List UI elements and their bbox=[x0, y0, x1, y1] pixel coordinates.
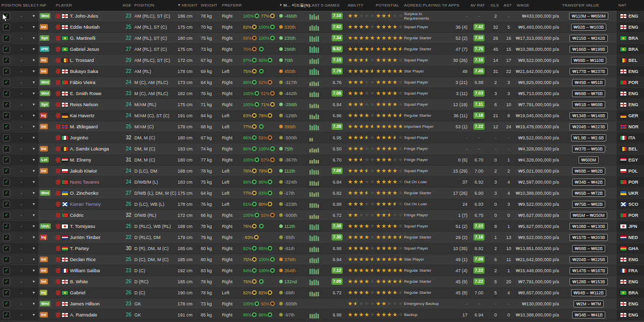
player-name[interactable]: T. Tomiyasu bbox=[70, 223, 95, 229]
row-expand-chevron-icon[interactable]: ▾ bbox=[33, 202, 35, 206]
player-name[interactable]: Gabriel bbox=[70, 290, 86, 295]
table-row[interactable]: ✓ - ▾ Inj Jurriën Timber 22 D (RLC), DM … bbox=[0, 232, 644, 243]
table-row[interactable]: ✓ - ▾ Int L. Trossard 29 AM (RLC), ST (C… bbox=[0, 55, 644, 66]
table-row[interactable]: ✓ - ▾ Wnt James Hillson 23 GK 178 cm 73 … bbox=[0, 298, 644, 309]
row-expand-chevron-icon[interactable]: ▾ bbox=[33, 301, 35, 306]
col-header-position-selected[interactable]: POSITION SELECTED bbox=[0, 0, 38, 10]
player-name[interactable]: E. Smith Rowe bbox=[70, 91, 102, 96]
inf-badge[interactable]: Int bbox=[40, 279, 48, 284]
inf-badge[interactable]: Wnt bbox=[40, 13, 50, 19]
player-name[interactable]: Eddie Nketiah bbox=[70, 24, 100, 30]
col-header-player[interactable]: PLAYER bbox=[54, 0, 120, 10]
inf-badge[interactable]: Int bbox=[40, 124, 48, 129]
table-row[interactable]: ✓ - ▾ Int William Saliba 23 D (C) 192 cm… bbox=[0, 265, 644, 276]
player-name[interactable]: Gabriel Jesus bbox=[70, 46, 99, 52]
row-expand-chevron-icon[interactable]: ▾ bbox=[33, 246, 35, 251]
inf-badge[interactable]: Wnt bbox=[40, 91, 50, 96]
col-header-wage[interactable]: WAGE bbox=[515, 0, 560, 10]
selected-checkbox[interactable]: ✓ bbox=[3, 57, 10, 64]
col-header-avrat[interactable]: AV RAT bbox=[469, 0, 489, 10]
col-header-playing-time[interactable]: AGREED PLAYING TIME bbox=[403, 0, 447, 10]
selected-checkbox[interactable]: ✓ bbox=[3, 289, 10, 296]
table-row[interactable]: ✓ - ▾ Kieran Tierney 26 D (LC), WB (L) 1… bbox=[0, 199, 644, 210]
table-row[interactable]: ✓ - ▾ Int A. Sambi Lokonga 24 DM, M (C) … bbox=[0, 143, 644, 154]
table-row[interactable]: ✓ - ▾ Cédric 32 D/WB (RL) 172 cm 66 kg R… bbox=[0, 210, 644, 221]
player-name[interactable]: Declan Rice bbox=[70, 257, 96, 262]
inf-badge[interactable]: Int bbox=[40, 24, 48, 30]
inf-badge[interactable]: Int bbox=[40, 257, 48, 262]
inf-badge[interactable]: Int bbox=[40, 57, 48, 63]
inf-badge[interactable]: Inj bbox=[40, 290, 47, 295]
col-header-ability[interactable]: ABILITY bbox=[346, 0, 374, 10]
selected-checkbox[interactable]: ✓ bbox=[3, 156, 10, 164]
inf-badge[interactable]: Int bbox=[40, 168, 48, 174]
row-expand-chevron-icon[interactable]: ▾ bbox=[33, 69, 35, 73]
row-expand-chevron-icon[interactable]: ▾ bbox=[33, 135, 35, 140]
selected-checkbox[interactable]: ✓ bbox=[3, 79, 10, 86]
selected-checkbox[interactable]: ✓ bbox=[3, 223, 10, 230]
inf-badge[interactable]: Int bbox=[40, 146, 48, 151]
col-header-position[interactable]: POSITION bbox=[133, 0, 176, 10]
inf-badge[interactable]: Int bbox=[40, 68, 48, 74]
selected-checkbox[interactable]: ✓ bbox=[3, 13, 10, 20]
col-header-potential[interactable]: POTENTIAL bbox=[374, 0, 403, 10]
player-name[interactable]: James Hillson bbox=[70, 301, 100, 306]
row-expand-chevron-icon[interactable]: ▾ bbox=[33, 80, 35, 85]
table-row[interactable]: ✓ - ▾ Wnt T. John-Jules 23 AM (RLC), ST … bbox=[0, 11, 644, 22]
player-name[interactable]: Fábio Vieira bbox=[70, 79, 96, 85]
col-header-inf[interactable]: INF bbox=[38, 0, 54, 10]
row-expand-chevron-icon[interactable]: ▾ bbox=[33, 91, 35, 96]
row-expand-chevron-icon[interactable]: ▾ bbox=[33, 102, 35, 107]
col-header-last5[interactable]: LAST 5 GAMES bbox=[308, 0, 346, 10]
table-row[interactable]: ✓ - ▾ Spt G. Martinelli 22 AM (RL), ST (… bbox=[0, 33, 644, 44]
col-header-age[interactable]: AGE bbox=[120, 0, 133, 10]
player-name[interactable]: Kai Havertz bbox=[70, 113, 95, 118]
player-name[interactable]: Cédric bbox=[70, 212, 84, 218]
selected-checkbox[interactable]: ✓ bbox=[3, 90, 10, 97]
row-expand-chevron-icon[interactable]: ▾ bbox=[33, 224, 35, 228]
table-row[interactable]: ✓ - ▾ Int Declan Rice 25 D (C), DM, M (C… bbox=[0, 254, 644, 265]
inf-badge[interactable]: Int bbox=[40, 268, 48, 273]
inf-badge[interactable]: Inj bbox=[40, 113, 47, 118]
selected-checkbox[interactable]: ✓ bbox=[3, 311, 10, 318]
table-row[interactable]: ✓ - ▾ Int A. Ramsdale 26 GK 191 cm 85 kg… bbox=[0, 309, 644, 320]
inf-badge[interactable]: Wnt bbox=[40, 190, 50, 196]
player-name[interactable]: Reiss Nelson bbox=[70, 102, 98, 107]
table-row[interactable]: ✓ - ▾ IPR Gabriel Jesus 27 AM (RL), ST (… bbox=[0, 44, 644, 55]
col-header-gls[interactable]: GLS bbox=[489, 0, 502, 10]
selected-checkbox[interactable]: ✓ bbox=[3, 112, 10, 119]
player-name[interactable]: Jakub Kiwior bbox=[70, 168, 97, 174]
selected-checkbox[interactable]: ✓ bbox=[3, 24, 10, 31]
player-name[interactable]: Jorginho bbox=[70, 135, 88, 140]
row-expand-chevron-icon[interactable]: ▾ bbox=[33, 268, 35, 273]
col-header-height[interactable]: ▼HEIGHT bbox=[176, 0, 199, 10]
selected-checkbox[interactable]: ✓ bbox=[3, 190, 10, 197]
row-expand-chevron-icon[interactable]: ▾ bbox=[33, 257, 35, 262]
player-name[interactable]: G. Martinelli bbox=[70, 35, 96, 41]
row-expand-chevron-icon[interactable]: ▾ bbox=[33, 290, 35, 295]
player-name[interactable]: William Saliba bbox=[70, 268, 100, 273]
row-expand-chevron-icon[interactable]: ▾ bbox=[33, 180, 35, 184]
selected-checkbox[interactable]: ✓ bbox=[3, 46, 10, 53]
col-header-transfer-value[interactable]: TRANSFER VALUE bbox=[560, 0, 617, 10]
row-expand-chevron-icon[interactable]: ▾ bbox=[33, 213, 35, 217]
col-header-m-column[interactable]: ▼M... 미드필(N) bbox=[278, 0, 308, 10]
player-name[interactable]: Jurriën Timber bbox=[70, 234, 101, 240]
table-row[interactable]: ✓ - ▾ Int B. White 26 D (RC) 185 cm 78 k… bbox=[0, 276, 644, 287]
table-row[interactable]: ✓ - ▾ Inj Kai Havertz 24 M/AM (C), ST (C… bbox=[0, 110, 644, 121]
inf-badge[interactable]: Let bbox=[40, 157, 49, 163]
player-name[interactable]: T. John-Jules bbox=[70, 13, 98, 19]
selected-checkbox[interactable]: ✓ bbox=[3, 134, 10, 141]
col-header-nat[interactable]: NAT bbox=[617, 0, 644, 10]
table-row[interactable]: ✓ - ▾ T. Partey 30 D (R), DM, M (C) 185 … bbox=[0, 243, 644, 254]
table-row[interactable]: ✓ - ▾ Int Jakub Kiwior 24 D (LC), DM 188… bbox=[0, 166, 644, 177]
row-expand-chevron-icon[interactable]: ▾ bbox=[33, 157, 35, 162]
row-expand-chevron-icon[interactable]: ▾ bbox=[33, 58, 35, 62]
selected-checkbox[interactable]: ✓ bbox=[3, 267, 10, 274]
inf-badge[interactable]: Inj bbox=[40, 234, 47, 240]
inf-badge[interactable]: IPR bbox=[40, 46, 49, 52]
row-expand-chevron-icon[interactable]: ▾ bbox=[33, 47, 35, 51]
table-row[interactable]: ✓ - ▾ Unh T. Tomiyasu 25 D (RLC), WB (RL… bbox=[0, 221, 644, 232]
player-name[interactable]: Bukayo Saka bbox=[70, 68, 98, 74]
selected-checkbox[interactable]: ✓ bbox=[3, 168, 10, 175]
